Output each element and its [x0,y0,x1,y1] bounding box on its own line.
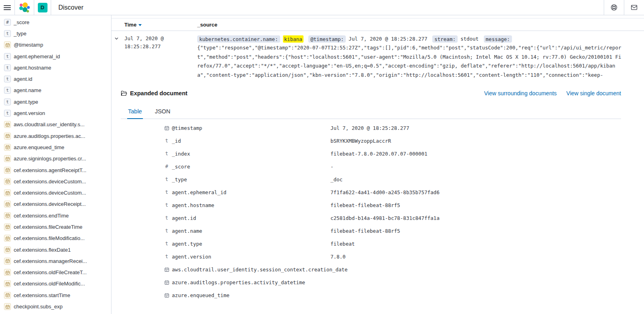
sidebar-field-item[interactable]: t # agent.name [0,85,111,96]
sidebar-field-item[interactable]: t # agent.hostname [0,62,111,73]
field-name-label: agent.version [14,110,45,116]
sidebar-field-item[interactable]: t # cef.extensions.flexDate1 [0,244,111,255]
source-field-value: kibana [283,35,303,43]
discover-main: Time _source Jul 7, 2020 @ 18:25:28.277 … [111,15,644,314]
chevron-down-icon [114,36,119,41]
elastic-logo[interactable] [15,0,34,15]
hamburger-icon [4,4,11,11]
field-type-icon: t # [4,110,11,117]
detail-table-row: t # _index filebeat-7.8.0-2020.07.07-000… [163,147,621,160]
message-field-badge: message: [484,35,512,43]
detail-field-value: 7.8.0 [330,254,621,260]
sidebar-field-item[interactable]: t # agent.id [0,73,111,84]
tab-table[interactable]: Table [127,105,143,119]
sidebar-field-item[interactable]: t # cef.extensions.deviceReceipt... [0,199,111,210]
sidebar-field-item[interactable]: t # cef.extensions.oldFileCreateT... [0,267,111,278]
field-type-icon: t # [163,125,170,131]
fields-sidebar: t # _score t # _type [0,15,111,314]
sidebar-field-item[interactable]: t # _score [0,16,111,28]
sidebar-field-item[interactable]: t # cef.extensions.endTime [0,210,111,221]
sidebar-field-item[interactable]: t # cef.extensions.deviceCustom... [0,176,111,187]
app-icon-badge[interactable]: D [34,0,51,15]
field-name-label: cef.extensions.deviceReceipt... [14,201,86,207]
source-field-badge: stream: [432,35,458,43]
expanded-document-title: Expanded document [130,90,188,96]
detail-table-row: t # _score - [163,160,621,173]
field-name-label: cef.extensions.deviceCustom... [14,179,86,185]
field-type-icon: t # [4,235,11,242]
detail-field-name: agent.id [170,215,330,221]
field-type-icon: t # [163,279,170,285]
folder-open-icon [121,90,127,96]
field-type-icon: t # [4,178,11,185]
detail-table-row: t # azure.auditlogs.properties.activity_… [163,276,621,289]
detail-table-row: t # agent.hostname filebeat-filebeat-88r… [163,199,621,211]
sidebar-field-item[interactable]: t # agent.ephemeral_id [0,51,111,62]
detail-field-name: azure.auditlogs.properties.activity_date… [170,279,330,285]
detail-field-name: _id [170,138,330,144]
sidebar-field-item[interactable]: t # cef.extensions.managerRecei... [0,255,111,267]
sidebar-field-item[interactable]: t # cef.extensions.fileCreateTime [0,221,111,232]
message-value: {"type":"response","@timestamp":"2020-07… [197,43,621,80]
field-type-icon: t # [4,212,11,219]
sidebar-field-item[interactable]: t # agent.type [0,96,111,107]
field-name-label: agent.name [14,87,41,93]
field-name-label: cef.extensions.startTime [14,292,70,298]
expanded-document-tabs: Table JSON [121,105,621,119]
time-column-header[interactable]: Time [122,22,197,28]
field-type-icon: t # [4,76,11,82]
sidebar-field-item[interactable]: t # cef.extensions.deviceCustom... [0,187,111,198]
source-field-pair: @timestamp:Jul 7, 2020 @ 18:25:28.277 [308,36,431,42]
detail-field-value: 7f1fa622-4a41-4d00-a245-8b35b757fad6 [330,189,621,195]
app-header: D Discover [0,0,644,15]
field-type-icon: t # [4,167,11,174]
view-surrounding-documents-link[interactable]: View surrounding documents [484,90,557,96]
field-type-icon: t # [4,269,11,276]
view-single-document-link[interactable]: View single document [566,90,621,96]
sidebar-field-item[interactable]: t # checkpoint.subs_exp [0,301,111,312]
field-name-label: cef.extensions.flexDate1 [14,247,71,253]
field-type-icon: t # [4,201,11,207]
tab-json[interactable]: JSON [154,105,171,119]
source-field-badge: @timestamp: [308,35,346,43]
sidebar-field-item[interactable]: t # agent.version [0,107,111,119]
detail-table-row: t # _type _doc [163,173,621,186]
field-type-icon: t # [4,121,11,128]
detail-field-name: aws.cloudtrail.user_identity.session_con… [170,267,330,273]
help-icon [611,4,617,11]
source-field-pair: stream:stdout [432,36,482,42]
source-field-badge: kubernetes.container.name: [197,35,280,43]
detail-table-row: t # @timestamp Jul 7, 2020 @ 18:25:28.27… [163,121,621,134]
field-type-icon: t # [4,292,11,299]
detail-table-row: t # agent.ephemeral_id 7f1fa622-4a41-4d0… [163,186,621,199]
field-name-label: azure.auditlogs.properties.ac... [14,133,85,139]
sidebar-field-item[interactable]: t # _type [0,28,111,39]
sidebar-field-item[interactable]: t # cef.extensions.oldFileModific... [0,278,111,289]
field-type-icon: t # [4,53,11,60]
sidebar-field-item[interactable]: t # cef.extensions.fileModificatio... [0,233,111,244]
field-type-icon: t # [4,224,11,230]
sidebar-field-item[interactable]: t # azure.auditlogs.properties.ac... [0,130,111,142]
notifications-button[interactable] [624,0,644,15]
field-name-label: cef.extensions.agentReceiptT... [14,167,87,173]
sidebar-field-item[interactable]: t # cef.extensions.agentReceiptT... [0,164,111,176]
expanded-document-panel: Expanded document View surrounding docum… [111,90,644,302]
field-name-label: cef.extensions.managerRecei... [14,258,87,264]
field-name-label: azure.enqueued_time [14,144,64,150]
help-button[interactable] [604,0,624,15]
detail-field-name: @timestamp [170,125,330,131]
sidebar-field-item[interactable]: t # @timestamp [0,39,111,51]
sidebar-field-item[interactable]: t # azure.enqueued_time [0,142,111,153]
field-type-icon: t # [4,246,11,253]
menu-button[interactable] [0,0,15,15]
sidebar-field-item[interactable]: t # aws.cloudtrail.user_identity.s... [0,119,111,130]
field-name-label: cef.extensions.fileModificatio... [14,235,85,241]
detail-field-value: filebeat-filebeat-88rf5 [330,228,621,234]
sidebar-field-item[interactable]: t # azure.signinlogs.properties.cr... [0,153,111,164]
sidebar-field-item[interactable]: t # cef.extensions.startTime [0,289,111,301]
source-field-pair: kubernetes.container.name:kibana [197,36,307,42]
collapse-row-button[interactable] [111,35,122,80]
detail-field-name: _type [170,176,330,183]
detail-field-value: Jul 7, 2020 @ 18:25:28.277 [330,125,621,131]
detail-field-value: filebeat-7.8.0-2020.07.07-000001 [330,151,621,157]
